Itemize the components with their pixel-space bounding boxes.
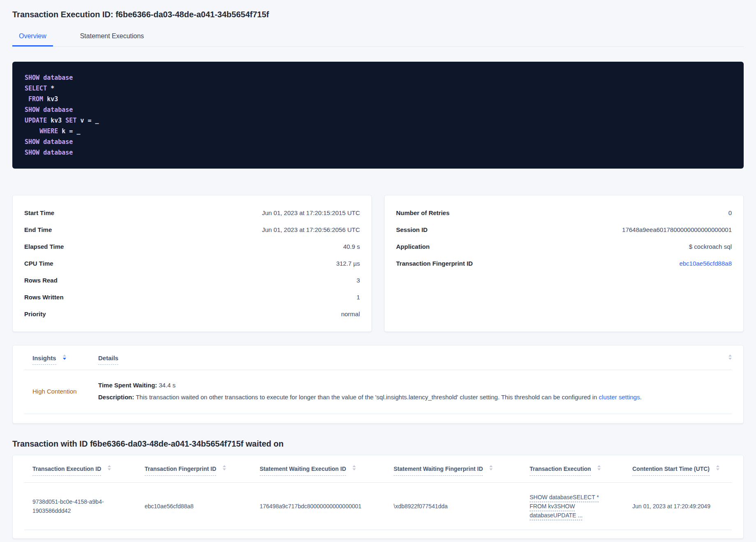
table-row: 9738d051-bc0e-4158-a9b4-1903586ddd42ebc1… xyxy=(24,483,732,530)
summary-value: $ cockroach sql xyxy=(689,242,732,251)
summary-value: 17648a9eea6017800000000000000001 xyxy=(622,225,732,234)
sql-text: kv3 xyxy=(47,95,58,103)
cell-contention-start-time: Jun 01, 2023 at 17:20:49:2049 xyxy=(624,495,732,517)
column-header-label[interactable]: Contention Start Time (UTC) xyxy=(632,465,710,476)
cluster-settings-link[interactable]: cluster settings xyxy=(599,394,640,401)
sql-keyword: SET xyxy=(65,117,80,124)
column-header-transaction-fingerprint-id[interactable]: Transaction Fingerprint ID xyxy=(136,465,251,476)
summary-value: 312.7 µs xyxy=(336,259,360,268)
sql-line: SHOW database xyxy=(25,137,731,147)
sql-line: FROM kv3 xyxy=(25,94,731,104)
insights-table-header: Insights Details xyxy=(24,345,732,370)
cell-transaction-fingerprint-id: ebc10ae56cfd88a8 xyxy=(136,495,251,517)
sql-keyword: WHERE xyxy=(39,127,62,135)
summary-row: Session ID17648a9eea60178000000000000000… xyxy=(396,221,732,238)
tab-statement-executions[interactable]: Statement Executions xyxy=(74,30,151,46)
column-header-label[interactable]: Transaction Execution xyxy=(530,465,591,476)
summary-label: Session ID xyxy=(396,225,428,234)
summary-label: Priority xyxy=(24,310,46,318)
cell-statement-waiting-execution-id: 176498a9c717bdc80000000000000001 xyxy=(251,495,385,517)
sql-text xyxy=(25,127,39,135)
waited-on-table-header: Transaction Execution IDTransaction Fing… xyxy=(24,455,732,483)
high-contention-badge: High Contention xyxy=(24,388,90,395)
sql-text: * xyxy=(51,85,54,92)
insights-column-label[interactable]: Insights xyxy=(32,354,56,365)
sort-icon[interactable] xyxy=(728,354,732,360)
summary-row: CPU Time312.7 µs xyxy=(24,255,360,272)
summary-row: Application$ cockroach sql xyxy=(396,238,732,255)
insights-card: Insights Details High Contention Time Sp… xyxy=(12,345,744,424)
sql-keyword: SELECT xyxy=(25,85,51,92)
column-header-contention-start-time-utc[interactable]: Contention Start Time (UTC) xyxy=(624,465,732,476)
sql-statement-box: SHOW databaseSELECT * FROM kv3SHOW datab… xyxy=(12,62,744,169)
tab-bar: Overview Statement Executions xyxy=(12,30,744,47)
sql-line: SHOW database xyxy=(25,104,731,115)
column-header-statement-waiting-fingerprint-id[interactable]: Statement Waiting Fingerprint ID xyxy=(385,465,521,476)
details-column-label[interactable]: Details xyxy=(98,354,118,365)
sql-line: UPDATE kv3 SET v = _ xyxy=(25,115,731,126)
sql-line: SELECT * xyxy=(25,83,731,94)
summary-value: 40.9 s xyxy=(343,242,360,251)
transaction-fingerprint-link[interactable]: ebc10ae56cfd88a8 xyxy=(679,259,732,268)
summary-value: 1 xyxy=(357,293,360,301)
sort-icon xyxy=(108,465,111,470)
cell-statement-waiting-fingerprint-id: \xdb8922f077541dda xyxy=(385,495,521,517)
summary-label: Rows Read xyxy=(24,276,58,285)
summary-row: Rows Read3 xyxy=(24,272,360,289)
tab-overview[interactable]: Overview xyxy=(12,30,53,46)
insights-table-row: High Contention Time Spent Waiting: 34.4… xyxy=(24,370,732,414)
sort-icon xyxy=(597,465,601,470)
summary-row: Transaction Fingerprint IDebc10ae56cfd88… xyxy=(396,255,732,272)
insights-column-header[interactable]: Insights xyxy=(24,354,90,365)
sql-keyword: UPDATE xyxy=(25,117,51,124)
column-header-label[interactable]: Transaction Fingerprint ID xyxy=(145,465,216,476)
sql-keyword: FROM xyxy=(28,95,47,103)
summary-value: 0 xyxy=(728,208,732,217)
column-header-transaction-execution[interactable]: Transaction Execution xyxy=(521,465,624,476)
summary-row: Prioritynormal xyxy=(24,306,360,322)
waited-on-heading: Transaction with ID f6be6366-da03-48de-a… xyxy=(12,438,744,449)
sql-keyword: SHOW database xyxy=(25,74,73,81)
summary-label: Number of Retries xyxy=(396,208,449,217)
column-header-label[interactable]: Statement Waiting Execution ID xyxy=(260,465,346,476)
sql-text: k = _ xyxy=(62,127,80,135)
description-text: This transaction waited on other transac… xyxy=(134,394,599,401)
description-label: Description: xyxy=(98,394,134,401)
sql-keyword: SHOW database xyxy=(25,138,73,146)
sort-icon xyxy=(489,465,493,470)
sort-icon xyxy=(63,354,66,360)
summary-row: Number of Retries0 xyxy=(396,204,732,221)
details-column-header[interactable]: Details xyxy=(90,354,118,362)
summary-row: Start TimeJun 01, 2023 at 17:20:15:2015 … xyxy=(24,204,360,221)
summary-label: Start Time xyxy=(24,208,54,217)
column-header-transaction-execution-id[interactable]: Transaction Execution ID xyxy=(24,465,136,476)
sql-text: kv3 xyxy=(51,117,65,124)
summary-value: 3 xyxy=(357,276,360,285)
sql-text xyxy=(25,95,28,103)
sql-keyword: SHOW database xyxy=(25,149,73,156)
cell-transaction-execution-id: 9738d051-bc0e-4158-a9b4-1903586ddd42 xyxy=(24,491,117,522)
summary-row: End TimeJun 01, 2023 at 17:20:56:2056 UT… xyxy=(24,221,360,238)
time-spent-waiting-value: 34.4 s xyxy=(157,382,175,389)
summary-value: Jun 01, 2023 at 17:20:15:2015 UTC xyxy=(262,208,360,217)
summary-label: Transaction Fingerprint ID xyxy=(396,259,473,268)
transaction-execution-link[interactable]: SHOW databaseSELECT * FROM kv3SHOW datab… xyxy=(530,493,599,520)
summary-label: End Time xyxy=(24,225,52,234)
sql-line: SHOW database xyxy=(25,72,731,83)
column-header-statement-waiting-execution-id[interactable]: Statement Waiting Execution ID xyxy=(251,465,385,476)
summary-label: CPU Time xyxy=(24,259,53,268)
summary-row: Rows Written1 xyxy=(24,289,360,306)
summary-label: Application xyxy=(396,242,430,251)
time-spent-waiting-label: Time Spent Waiting: xyxy=(98,382,157,389)
sql-line: SHOW database xyxy=(25,147,731,158)
sql-keyword: SHOW database xyxy=(25,106,73,113)
sort-icon xyxy=(716,465,719,470)
waited-on-table: Transaction Execution IDTransaction Fing… xyxy=(12,455,744,539)
summary-card-right: Number of Retries0Session ID17648a9eea60… xyxy=(384,195,744,332)
sql-text: v = _ xyxy=(80,117,99,124)
summary-label: Elapsed Time xyxy=(24,242,64,251)
column-header-label[interactable]: Statement Waiting Fingerprint ID xyxy=(394,465,483,476)
column-header-label[interactable]: Transaction Execution ID xyxy=(32,465,101,476)
summary-card-left: Start TimeJun 01, 2023 at 17:20:15:2015 … xyxy=(12,195,372,332)
cell-transaction-execution: SHOW databaseSELECT * FROM kv3SHOW datab… xyxy=(521,486,624,526)
